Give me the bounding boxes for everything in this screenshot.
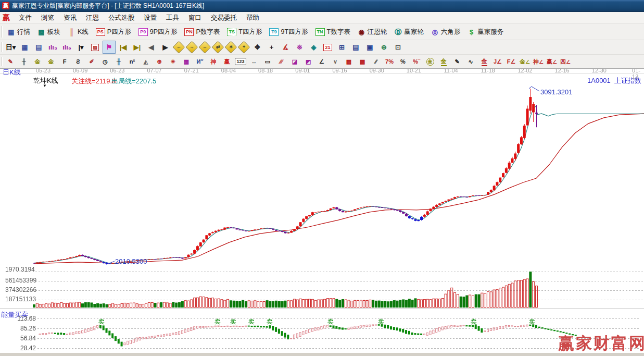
pattern-window-icon[interactable]: ▦ — [18, 41, 31, 54]
parallel-lines-icon[interactable]: ∕∕ — [370, 55, 382, 68]
n-square-icon[interactable]: n² — [126, 55, 138, 68]
menu-tools[interactable]: 工具 — [161, 14, 184, 22]
gann-fan-icon[interactable]: ∕∕∕ — [275, 55, 287, 68]
menu-trade-entrust[interactable]: 交易委托 — [206, 14, 242, 22]
shen-angle-icon[interactable]: 神∠ — [532, 55, 545, 68]
title-bar[interactable]: 赢 赢家江恩专业版[赢家内部服务平台] - [上证指数 SH1A0001-167… — [0, 0, 644, 12]
trade-note-icon[interactable]: ▤ — [349, 41, 362, 54]
p-number-button[interactable]: PN P数字表 — [181, 24, 223, 40]
gann-wheel-button[interactable]: ◉ 江恩轮 — [354, 24, 391, 40]
box-tool-icon[interactable]: ▭ — [261, 55, 274, 68]
draw-pen-icon[interactable]: ✎ — [4, 55, 17, 68]
mirror-angle-icon[interactable]: ◭ — [140, 55, 152, 68]
ying-grid-icon[interactable]: 赢 — [221, 55, 233, 68]
angle-measure-icon[interactable]: ∡ — [279, 41, 292, 54]
gold-ratio-ruler2-icon[interactable]: 金 — [45, 55, 57, 68]
zoom-in-icon[interactable]: + — [237, 41, 250, 53]
price-grid-icon[interactable]: ▦ — [343, 55, 355, 68]
gold-angle-icon[interactable]: 金∠ — [519, 55, 531, 68]
t-square-button[interactable]: TS T四方形 — [223, 24, 266, 40]
computer-icon[interactable]: ⊡ — [392, 41, 405, 54]
sectors-button[interactable]: ▩ 板块 — [34, 24, 64, 40]
gold-circle-icon[interactable]: 金 — [424, 55, 436, 68]
calculator-icon[interactable]: ⊞ — [335, 41, 348, 54]
toolbar-navigation-items: 日▾ ▦ ▤ ılı₃ ılı₉ |▾ ▨ ⚑ |◀ ▶| ◀ ▶ — [4, 40, 405, 54]
calendar-21-icon[interactable]: 21 — [321, 41, 334, 54]
p-square-button[interactable]: PS P四方形 — [92, 24, 135, 40]
web-grid-icon[interactable]: ▦ — [180, 55, 193, 68]
period-day-dropdown-icon[interactable]: 日▾ — [4, 41, 17, 54]
tick-ruler-icon[interactable]: ╫ — [112, 55, 125, 68]
gann-symbol-icon[interactable]: ※ — [293, 41, 306, 54]
toolbar-button-icon: PS — [96, 28, 105, 36]
tool-glyph: ◀ — [149, 43, 154, 51]
color-flag-icon[interactable]: ⚑ — [103, 41, 116, 54]
gold-angle-line-icon[interactable]: 金 — [478, 55, 490, 68]
menu-file[interactable]: 文件 — [14, 14, 36, 22]
menu-news[interactable]: 资讯 — [59, 14, 81, 22]
fibonacci-ruler-icon[interactable]: F — [58, 55, 71, 68]
v-lines-icon[interactable]: ∨ — [329, 55, 342, 68]
kline-button[interactable]: ║ K线 — [64, 24, 92, 40]
f-angle-icon[interactable]: F∠ — [505, 55, 517, 68]
menu-settings[interactable]: 设置 — [139, 14, 161, 22]
menu-browse[interactable]: 浏览 — [36, 14, 59, 22]
info-note-icon[interactable]: ▤ — [32, 41, 45, 54]
compress-icon[interactable]: ⇄ — [211, 41, 224, 53]
bars-3-icon[interactable]: ılı₃ — [46, 41, 59, 54]
pan-right-icon[interactable]: → — [185, 41, 198, 53]
pan-left-icon[interactable]: ← — [172, 41, 185, 53]
network-icon[interactable]: ⊕ — [377, 41, 390, 54]
spiral-icon[interactable]: Ƨ — [72, 55, 84, 68]
line-box-icon[interactable]: ◩ — [302, 55, 314, 68]
j-angle-icon[interactable]: J∠ — [491, 55, 504, 68]
period-label[interactable]: 日K线 — [3, 68, 21, 77]
gold-line-icon[interactable]: 金 — [437, 55, 450, 68]
spider-web-icon[interactable]: ✳ — [167, 55, 179, 68]
percent-line-icon[interactable]: %‾ — [410, 55, 423, 68]
angle-lines-icon[interactable]: ∠ — [315, 55, 328, 68]
wave-tool-icon[interactable]: ∿ — [464, 55, 477, 68]
price-pen-icon[interactable]: ✎ — [451, 55, 463, 68]
step-back-icon[interactable]: ◀ — [145, 41, 158, 54]
bars-9-icon[interactable]: ılı₉ — [60, 41, 73, 54]
jump-start-icon[interactable]: |◀ — [117, 41, 130, 54]
count-ruler-icon[interactable]: 123 — [234, 55, 247, 68]
t-number-button[interactable]: TN T数字表 — [312, 24, 354, 40]
menu-window[interactable]: 窗口 — [184, 14, 206, 22]
fan-box-icon[interactable]: ◪ — [288, 55, 301, 68]
save-disk-icon[interactable]: ▣ — [363, 41, 376, 54]
four-angle-icon[interactable]: 四∠ — [559, 55, 572, 68]
stats-icon[interactable]: ◈ — [307, 41, 320, 54]
time-clock-icon[interactable]: ◷ — [99, 55, 111, 68]
shen-grid-icon[interactable]: 神 — [207, 55, 220, 68]
menu-formula-stockpick[interactable]: 公式选股 — [104, 14, 139, 22]
span-arrow-icon[interactable]: ↔ — [248, 55, 260, 68]
ying-angle-icon[interactable]: 赢∠ — [546, 55, 558, 68]
winner-wheel-button[interactable]: Ⓑ 赢家轮 — [390, 24, 427, 40]
crosshair-icon[interactable]: + — [265, 41, 278, 54]
jump-end-icon[interactable]: ▶| — [131, 41, 144, 54]
menu-gann[interactable]: 江恩 — [81, 14, 104, 22]
zoom-horizontal-icon[interactable]: ↔ — [198, 41, 211, 53]
marker-pen-icon[interactable]: ✐ — [85, 55, 98, 68]
percent-7-icon[interactable]: 7% — [383, 55, 396, 68]
percent-icon[interactable]: % — [397, 55, 409, 68]
menu-help[interactable]: 帮助 — [242, 14, 264, 22]
step-forward-icon[interactable]: ▶ — [159, 41, 172, 54]
winner-service-button[interactable]: $ 赢家服务 — [464, 24, 507, 40]
zoom-all-icon[interactable]: ✶ — [224, 41, 237, 53]
gold-ratio-ruler-icon[interactable]: 金 — [31, 55, 44, 68]
qiankun-pattern-icon[interactable]: ▨ — [89, 41, 102, 54]
wave-marker-icon[interactable]: И″ — [194, 55, 206, 68]
hand-pan-icon[interactable]: ✥ — [251, 41, 264, 54]
price-grid2-icon[interactable]: ▩ — [356, 55, 369, 68]
target-circle-icon[interactable]: ⊕ — [153, 55, 166, 68]
hexagon-button[interactable]: ◎ 六角形 — [427, 24, 464, 40]
9t-square-button[interactable]: T9 9T四方形 — [266, 24, 311, 40]
9p-square-button[interactable]: P9 9P四方形 — [135, 24, 181, 40]
quotes-button[interactable]: ▦ 行情 — [4, 24, 34, 40]
time-ruler-icon[interactable]: ╫ — [18, 55, 30, 68]
candle-style-dropdown-icon[interactable]: |▾ — [74, 41, 87, 54]
chevron-down-icon[interactable]: ▼ — [43, 83, 47, 88]
